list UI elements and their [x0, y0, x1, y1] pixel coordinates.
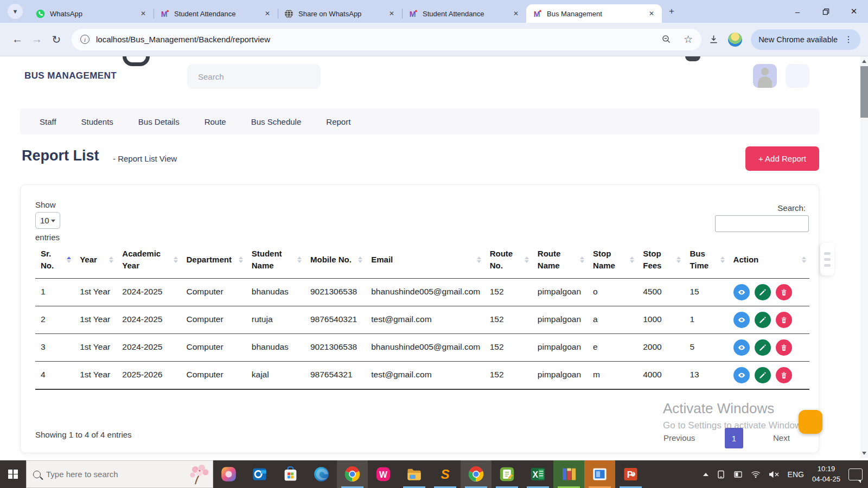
taskbar-icon-edge[interactable]	[306, 460, 337, 488]
user-avatar[interactable]	[753, 64, 777, 88]
scroll-up-arrow[interactable]	[860, 57, 868, 65]
nav-item-report[interactable]: Report	[326, 117, 350, 126]
downloads-icon[interactable]	[708, 34, 719, 45]
tab-student-attendance[interactable]: Student Attendance ✕	[154, 4, 278, 23]
taskbar-icon-copilot[interactable]	[213, 460, 244, 488]
tray-chevron-up-icon[interactable]	[703, 473, 709, 476]
pagination-next[interactable]: Next	[773, 433, 790, 442]
taskbar-icon-outlook[interactable]	[244, 460, 275, 488]
minimize-button[interactable]: –	[783, 0, 812, 23]
tab-close-icon[interactable]: ✕	[387, 10, 397, 17]
taskbar-icon-sublime-text[interactable]	[430, 460, 461, 488]
tab-bus-management[interactable]: Bus Management ✕	[526, 4, 662, 23]
tab-close-icon[interactable]: ✕	[511, 10, 521, 17]
battery-icon[interactable]	[733, 470, 743, 479]
new-tab-button[interactable]: +	[664, 4, 679, 19]
tab-whatsapp[interactable]: WhatsApp ✕	[29, 4, 154, 23]
scroll-down-arrow[interactable]	[860, 450, 868, 457]
delete-button[interactable]	[776, 312, 792, 328]
nav-item-staff[interactable]: Staff	[40, 117, 56, 126]
volume-muted-icon[interactable]	[769, 471, 780, 478]
taskbar-icon-winrar[interactable]	[553, 460, 584, 488]
floating-side-widget[interactable]	[820, 243, 834, 275]
view-button[interactable]	[733, 284, 750, 300]
cell-sr: 1	[35, 278, 74, 306]
column-header-bus-time[interactable]: Bus Time	[684, 242, 727, 278]
tab-search-button[interactable]: ▼	[8, 4, 23, 19]
taskbar-icon-chrome[interactable]	[461, 460, 492, 488]
add-report-button[interactable]: + Add Report	[745, 146, 819, 171]
column-header-route-name[interactable]: Route Name	[532, 242, 588, 278]
view-button[interactable]	[733, 339, 750, 356]
chrome-update-button[interactable]: New Chrome available ⋮	[751, 29, 860, 50]
taskbar-icon-windows-app[interactable]	[584, 460, 615, 488]
language-indicator[interactable]: ENG	[788, 470, 804, 479]
scrollbar-thumb[interactable]	[860, 66, 868, 118]
column-header-department[interactable]: Department	[181, 242, 246, 278]
taskbar-clock[interactable]: 10:19 04-04-25	[812, 464, 840, 485]
back-button[interactable]: ←	[8, 30, 27, 49]
view-button[interactable]	[733, 312, 750, 328]
nav-item-bus-details[interactable]: Bus Details	[138, 117, 180, 126]
edit-button[interactable]	[755, 367, 771, 383]
taskbar-icon-store[interactable]	[275, 460, 306, 488]
column-header-sr-no[interactable]: Sr. No.	[35, 242, 74, 278]
column-header-student-name[interactable]: Student Name	[246, 242, 305, 278]
nav-item-students[interactable]: Students	[81, 117, 113, 126]
column-header-academic-year[interactable]: Academic Year	[117, 242, 181, 278]
page-scrollbar[interactable]	[860, 56, 868, 458]
pagination-page-1[interactable]: 1	[725, 428, 743, 448]
tab-close-icon[interactable]: ✕	[138, 10, 148, 17]
delete-button[interactable]	[776, 339, 792, 356]
table-search-input[interactable]	[715, 215, 809, 232]
taskbar-icon-powerpoint[interactable]	[615, 460, 646, 488]
edit-button[interactable]	[755, 312, 771, 328]
close-button[interactable]: ✕	[840, 0, 868, 23]
nav-item-bus-schedule[interactable]: Bus Schedule	[251, 117, 302, 126]
column-header-stop-name[interactable]: Stop Name	[588, 242, 637, 278]
column-header-stop-fees[interactable]: Stop Fees	[637, 242, 684, 278]
column-header-mobile-no[interactable]: Mobile No.	[305, 242, 366, 278]
forward-button[interactable]: →	[27, 30, 47, 49]
pagination-previous[interactable]: Previous	[663, 433, 695, 442]
header-action-box[interactable]	[786, 64, 809, 88]
zoom-icon[interactable]	[661, 34, 672, 44]
column-header-email[interactable]: Email	[366, 242, 484, 278]
bookmark-star-icon[interactable]: ☆	[684, 33, 693, 46]
nav-item-route[interactable]: Route	[205, 117, 226, 126]
delete-button[interactable]	[776, 367, 792, 383]
tab-student-attendance[interactable]: Student Attendance ✕	[402, 4, 526, 23]
taskbar-icon-chrome[interactable]	[337, 460, 368, 488]
header-search-input[interactable]	[187, 64, 321, 89]
site-info-icon[interactable]: i	[80, 35, 90, 44]
url-text[interactable]: localhost/Bus_Management/Backend/reportv…	[96, 35, 655, 44]
taskbar-icon-wamp[interactable]	[368, 460, 399, 488]
taskbar-search-input[interactable]	[46, 470, 206, 479]
column-header-year[interactable]: Year	[74, 242, 117, 278]
notification-center-icon[interactable]	[848, 468, 863, 480]
tab-close-icon[interactable]: ✕	[647, 10, 656, 17]
column-header-route-no[interactable]: Route No.	[484, 242, 532, 278]
restore-button[interactable]	[812, 0, 840, 23]
taskbar-icon-file-explorer[interactable]	[399, 460, 430, 488]
taskbar-search[interactable]	[26, 460, 213, 488]
taskbar-icon-excel[interactable]	[522, 460, 553, 488]
tablet-mode-icon[interactable]	[717, 470, 725, 479]
chat-bubble-button[interactable]	[799, 410, 822, 434]
edit-button[interactable]	[755, 284, 771, 300]
view-button[interactable]	[733, 367, 750, 383]
edit-button[interactable]	[755, 339, 771, 356]
profile-avatar[interactable]	[728, 33, 742, 47]
wifi-icon[interactable]	[751, 471, 761, 478]
cell-actions	[728, 306, 809, 333]
tab-close-icon[interactable]: ✕	[263, 10, 272, 17]
page-size-select[interactable]: 10	[35, 212, 60, 229]
menu-dots-icon[interactable]: ⋮	[844, 34, 853, 44]
reload-button[interactable]: ↻	[47, 30, 66, 49]
address-bar[interactable]: i localhost/Bus_Management/Backend/repor…	[72, 29, 701, 50]
tab-share-on-whatsapp[interactable]: Share on WhatsApp ✕	[278, 4, 402, 23]
column-header-action[interactable]: Action	[728, 242, 809, 278]
start-button[interactable]	[0, 460, 26, 488]
delete-button[interactable]	[776, 284, 792, 300]
taskbar-icon-notepad[interactable]	[492, 460, 522, 488]
